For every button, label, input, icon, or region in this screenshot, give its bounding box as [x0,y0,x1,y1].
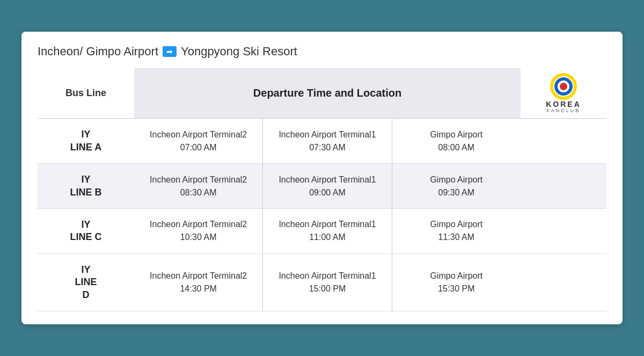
stop-cell: Incheon Airport Terminal111:00 AM [263,209,392,253]
stop-time: 14:30 PM [180,282,216,295]
stop-name: Gimpo Airport [430,173,482,186]
svg-point-2 [560,83,567,90]
stop-cell: Gimpo Airport11:30 AM [392,209,521,253]
fanclub-text: FANCLUB [546,108,581,114]
row-spacer [521,254,606,311]
table-row: IY LINE BIncheon Airport Terminal208:30 … [38,164,606,209]
table-body: IY LINE AIncheon Airport Terminal207:00 … [38,119,606,311]
stop-time: 11:00 AM [309,231,346,244]
stop-time: 09:00 AM [309,186,346,199]
bus-line-cell: IY LINE D [38,254,134,311]
stops-container: Incheon Airport Terminal210:30 AMIncheon… [134,209,521,253]
row-spacer [521,164,606,208]
stop-cell: Gimpo Airport09:30 AM [392,164,521,208]
stop-name: Incheon Airport Terminal2 [150,218,247,231]
stops-container: Incheon Airport Terminal207:00 AMIncheon… [134,119,521,163]
stop-name: Incheon Airport Terminal1 [279,128,376,141]
bus-line-cell: IY LINE B [38,164,134,208]
stops-container: Incheon Airport Terminal214:30 PMIncheon… [134,254,521,311]
stop-name: Gimpo Airport [430,128,482,141]
bus-line-cell: IY LINE C [38,209,134,253]
stop-time: 07:30 AM [309,141,346,154]
departure-header: Departure Time and Location [134,68,521,118]
stop-name: Gimpo Airport [430,218,482,231]
stop-cell: Incheon Airport Terminal214:30 PM [134,254,263,311]
stop-time: 11:30 AM [438,231,475,244]
stop-cell: Incheon Airport Terminal208:30 AM [134,164,263,208]
stop-time: 15:00 PM [309,282,346,295]
stop-cell: Incheon Airport Terminal207:00 AM [134,119,263,163]
main-card: Incheon/ Gimpo Airport ➡ Yongpyong Ski R… [21,32,623,324]
stop-cell: Gimpo Airport15:30 PM [392,254,521,311]
logo-area: KOREA FANCLUB [521,68,606,118]
table-row: IY LINE AIncheon Airport Terminal207:00 … [38,119,606,164]
route-from: Incheon/ Gimpo Airport [38,45,158,59]
stop-cell: Incheon Airport Terminal107:30 AM [263,119,392,163]
bus-line-cell: IY LINE A [38,119,134,163]
stop-time: 08:30 AM [180,186,217,199]
stops-container: Incheon Airport Terminal208:30 AMIncheon… [134,164,521,208]
stop-cell: Incheon Airport Terminal115:00 PM [263,254,392,311]
row-spacer [521,209,606,253]
stop-name: Incheon Airport Terminal1 [279,270,376,282]
stop-cell: Gimpo Airport08:00 AM [392,119,521,163]
stop-time: 15:30 PM [438,282,474,295]
stop-name: Incheon Airport Terminal2 [150,270,247,282]
stop-name: Incheon Airport Terminal1 [279,173,376,186]
stop-name: Gimpo Airport [430,270,482,282]
stop-cell: Incheon Airport Terminal109:00 AM [263,164,392,208]
table-row: IY LINE DIncheon Airport Terminal214:30 … [38,254,606,311]
korea-text: KOREA [546,100,581,108]
korea-fanclub-logo: KOREA FANCLUB [546,72,581,114]
stop-time: 09:30 AM [438,186,475,199]
stop-name: Incheon Airport Terminal2 [150,173,247,186]
stop-cell: Incheon Airport Terminal210:30 AM [134,209,263,253]
bus-line-header: Bus Line [38,68,134,118]
route-to: Yongpyong Ski Resort [181,45,297,59]
route-header: Incheon/ Gimpo Airport ➡ Yongpyong Ski R… [38,45,606,59]
stop-name: Incheon Airport Terminal2 [150,128,247,141]
stop-time: 08:00 AM [438,141,475,154]
table-header: Bus Line Departure Time and Location KOR… [38,68,606,119]
row-spacer [521,119,606,163]
logo-ring-icon [550,72,577,100]
arrow-icon: ➡ [163,46,177,57]
stop-time: 10:30 AM [180,231,217,244]
stop-name: Incheon Airport Terminal1 [279,218,376,231]
table-row: IY LINE CIncheon Airport Terminal210:30 … [38,209,606,254]
stop-time: 07:00 AM [180,141,217,154]
